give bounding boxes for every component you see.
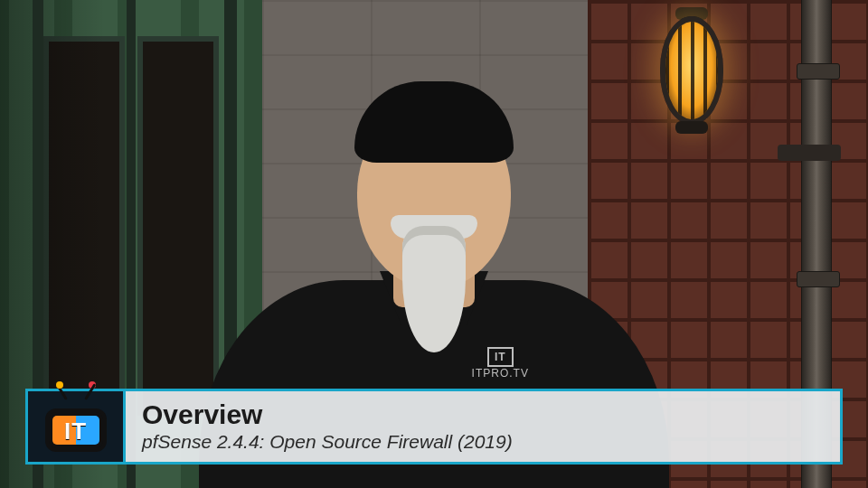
itpro-logo-icon: IT — [43, 399, 108, 454]
video-frame: IT ITPRO.TV IT Overview pfSense 2.4.4: O… — [0, 0, 868, 488]
segment-subtitle: pfSense 2.4.4: Open Source Firewall (201… — [142, 431, 513, 453]
door-pane — [43, 36, 125, 416]
shirt-logo-text: IT — [487, 347, 514, 367]
shirt-logo: IT ITPRO.TV — [472, 347, 529, 380]
lower-third-text: Overview pfSense 2.4.4: Open Source Fire… — [126, 393, 529, 460]
shirt-logo-sub: ITPRO.TV — [472, 367, 529, 380]
pipe-bracket — [778, 145, 841, 161]
channel-badge: IT — [28, 391, 126, 462]
logo-text: IT — [43, 418, 108, 446]
segment-title: Overview — [142, 400, 513, 429]
lower-third: IT Overview pfSense 2.4.4: Open Source F… — [25, 389, 843, 465]
wall-lamp — [660, 16, 723, 125]
